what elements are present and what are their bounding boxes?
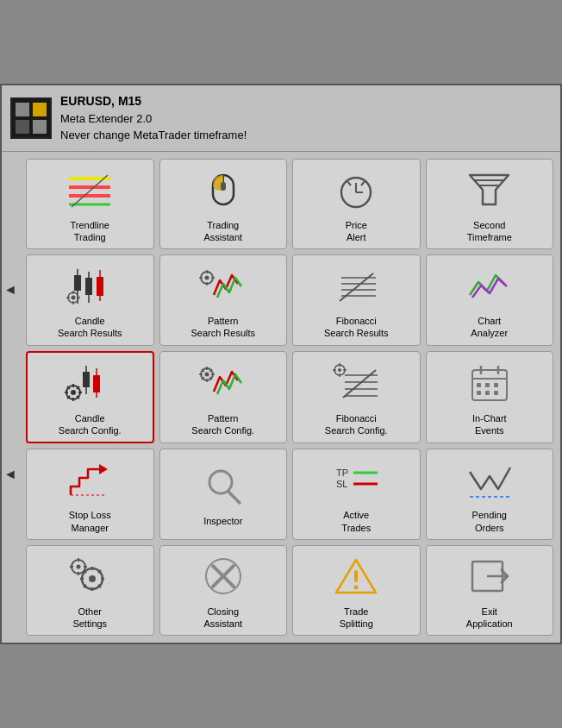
header-appname: Meta Extender 2.0: [60, 110, 247, 128]
svg-rect-86: [477, 391, 481, 395]
svg-point-91: [209, 471, 232, 493]
svg-rect-118: [354, 570, 358, 582]
other-settings-icon: [64, 553, 116, 600]
svg-point-28: [72, 295, 76, 299]
left-arrow-2[interactable]: ◄: [2, 429, 19, 521]
trade-splitting-label: TradeSplitting: [340, 606, 373, 631]
tile-in-chart-events[interactable]: In-ChartEvents: [426, 351, 554, 444]
grid-row-2: CandleSearch Results: [26, 254, 553, 346]
pattern-search-config-label: PatternSearch Config.: [191, 412, 254, 437]
closing-assistant-label: ClosingAssistant: [203, 606, 242, 631]
active-trades-label: ActiveTrades: [341, 509, 371, 534]
tile-candle-search-results[interactable]: CandleSearch Results: [26, 254, 154, 346]
price-alert-label: PriceAlert: [346, 219, 367, 244]
candle-search-config-label: CandleSearch Config.: [59, 412, 122, 437]
svg-rect-47: [93, 375, 100, 392]
svg-point-109: [76, 565, 80, 569]
svg-rect-45: [83, 372, 90, 387]
left-arrow-1-icon: ◄: [3, 282, 17, 298]
svg-point-34: [204, 275, 209, 279]
svg-rect-12: [221, 182, 226, 191]
tile-trading-assistant[interactable]: TradingAssistant: [159, 159, 288, 250]
tile-exit-application[interactable]: ExitApplication: [426, 545, 554, 637]
pattern-search-results-label: PatternSearch Results: [190, 315, 255, 340]
fibonacci-search-results-label: FibonacciSearch Results: [324, 315, 389, 340]
svg-point-119: [354, 586, 359, 590]
pattern-search-results-icon: [197, 262, 249, 310]
tile-fibonacci-search-config[interactable]: FibonacciSearch Config.: [292, 351, 421, 444]
second-timeframe-label: SecondTimeframe: [467, 219, 512, 244]
svg-rect-84: [485, 383, 490, 387]
tile-pattern-search-config[interactable]: PatternSearch Config.: [159, 351, 288, 444]
chart-analyzer-icon: [464, 262, 515, 310]
grid-row-5: OtherSettings ClosingAssistant: [26, 545, 553, 637]
tile-closing-assistant[interactable]: ClosingAssistant: [159, 545, 288, 637]
active-trades-icon: TP SL: [330, 456, 382, 504]
svg-rect-24: [85, 278, 92, 295]
tile-stop-loss-manager[interactable]: Stop LossManager: [26, 449, 154, 540]
grid-row-1: TrendlineTrading T: [26, 159, 553, 250]
fibonacci-search-config-icon: [330, 360, 382, 407]
pending-orders-label: PendingOrders: [472, 509, 507, 534]
trendline-trading-icon: [64, 166, 116, 214]
grid-row-4: Stop LossManager Inspector: [26, 449, 553, 540]
svg-point-69: [338, 368, 341, 372]
tile-inspector[interactable]: Inspector: [159, 449, 288, 540]
fibonacci-search-results-icon: [330, 262, 382, 310]
price-alert-icon: [330, 166, 382, 214]
exit-application-label: ExitApplication: [466, 606, 513, 631]
exit-application-icon: [464, 553, 515, 600]
svg-text:SL: SL: [336, 479, 347, 489]
header-symbol: EURUSD, M15: [60, 92, 247, 110]
tile-price-alert[interactable]: PriceAlert: [292, 159, 421, 250]
trendline-trading-label: TrendlineTrading: [71, 219, 109, 244]
tile-active-trades[interactable]: TP SL ActiveTrades: [292, 449, 421, 540]
svg-rect-26: [97, 277, 103, 296]
pattern-search-config-icon: [197, 360, 249, 407]
svg-line-17: [361, 180, 365, 185]
svg-rect-3: [16, 120, 29, 134]
tile-pattern-search-results[interactable]: PatternSearch Results: [159, 254, 288, 346]
candle-search-config-icon: [64, 360, 116, 407]
left-arrow-1[interactable]: ◄: [2, 244, 19, 336]
stop-loss-manager-label: Stop LossManager: [69, 509, 111, 534]
tile-trendline-trading[interactable]: TrendlineTrading: [26, 159, 154, 250]
tile-pending-orders[interactable]: PendingOrders: [426, 449, 554, 540]
svg-rect-2: [33, 103, 47, 116]
fibonacci-search-config-label: FibonacciSearch Config.: [325, 412, 388, 437]
candle-search-results-label: CandleSearch Results: [58, 315, 122, 340]
tile-trade-splitting[interactable]: TradeSplitting: [292, 545, 421, 637]
svg-marker-89: [99, 464, 108, 474]
header-warning: Never change MetaTrader timeframe!: [60, 127, 247, 144]
other-settings-label: OtherSettings: [72, 606, 107, 631]
stop-loss-manager-icon: [64, 456, 116, 504]
tile-other-settings[interactable]: OtherSettings: [26, 545, 154, 637]
svg-point-59: [204, 373, 209, 377]
svg-line-92: [228, 492, 240, 503]
in-chart-events-label: In-ChartEvents: [472, 412, 507, 437]
svg-text:TP: TP: [336, 468, 348, 478]
app-window: EURUSD, M15 Meta Extender 2.0 Never chan…: [0, 84, 562, 645]
tile-second-timeframe[interactable]: SecondTimeframe: [426, 159, 554, 250]
svg-rect-4: [33, 120, 47, 134]
candle-search-results-icon: [64, 262, 116, 310]
tile-chart-analyzer[interactable]: ChartAnalyzer: [426, 254, 554, 346]
left-arrow-2-icon: ◄: [3, 467, 17, 482]
main-content: ◄ ◄: [2, 152, 560, 643]
second-timeframe-icon: [464, 166, 515, 214]
grid-row-3: CandleSearch Config.: [26, 351, 553, 444]
closing-assistant-icon: [197, 553, 249, 600]
chart-analyzer-label: ChartAnalyzer: [471, 315, 508, 340]
svg-line-74: [343, 370, 376, 398]
svg-line-16: [347, 180, 351, 185]
tile-fibonacci-search-results[interactable]: FibonacciSearch Results: [292, 254, 421, 346]
inspector-icon: [197, 462, 249, 510]
tile-candle-search-config[interactable]: CandleSearch Config.: [26, 351, 154, 444]
svg-rect-87: [485, 391, 490, 395]
svg-point-49: [71, 390, 76, 395]
svg-rect-85: [494, 383, 498, 387]
svg-rect-88: [494, 391, 498, 395]
logo-box: [10, 97, 52, 139]
inspector-label: Inspector: [203, 515, 242, 527]
trading-assistant-label: TradingAssistant: [203, 219, 242, 244]
